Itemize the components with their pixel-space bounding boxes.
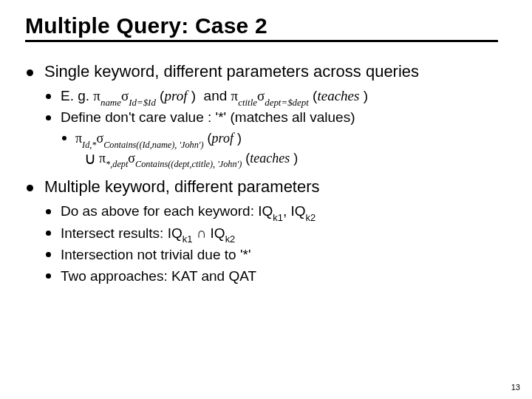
list-item-text: Do as above for each keyword: IQk1, IQk2	[61, 203, 316, 219]
list-item: Intersection not trivial due to '*'	[44, 245, 510, 264]
list-item-text: Intersect results: IQk1 ∩ IQk2	[61, 225, 235, 241]
slide: Multiple Query: Case 2 Single keyword, d…	[0, 0, 532, 300]
list-item: Do as above for each keyword: IQk1, IQk2	[44, 202, 510, 220]
list-item-text: Two approaches: KAT and QAT	[61, 268, 256, 284]
list-item-text: E. g. πnameσId=$Id (prof ) and πctitleσd…	[61, 88, 368, 103]
list-item: Intersect results: IQk1 ∩ IQk2	[44, 224, 510, 242]
list-item-text: πId,*σContains((Id,name), 'John') (prof …	[75, 131, 510, 169]
title-underline	[25, 40, 498, 42]
slide-title: Multiple Query: Case 2	[25, 13, 510, 38]
list-level-1: Single keyword, different parameters acr…	[25, 61, 510, 285]
list-item: Define don't care value : '*' (matches a…	[44, 108, 510, 169]
list-item: Single keyword, different parameters acr…	[25, 61, 510, 169]
list-item: Two approaches: KAT and QAT	[44, 267, 510, 285]
list-item: Multiple keyword, different parametersDo…	[25, 177, 510, 284]
list-item-text: Define don't care value : '*' (matches a…	[61, 109, 355, 125]
page-number: 13	[511, 383, 520, 392]
list-level-3: πId,*σContains((Id,name), 'John') (prof …	[61, 129, 510, 169]
list-item: E. g. πnameσId=$Id (prof ) and πctitleσd…	[44, 86, 510, 105]
list-level-2: E. g. πnameσId=$Id (prof ) and πctitleσd…	[44, 86, 510, 169]
list-item-text: Single keyword, different parameters acr…	[44, 62, 419, 81]
list-item-text: Intersection not trivial due to '*'	[61, 247, 251, 262]
list-item: πId,*σContains((Id,name), 'John') (prof …	[61, 129, 510, 169]
list-item-text: Multiple keyword, different parameters	[44, 177, 320, 196]
list-level-2: Do as above for each keyword: IQk1, IQk2…	[44, 202, 510, 284]
